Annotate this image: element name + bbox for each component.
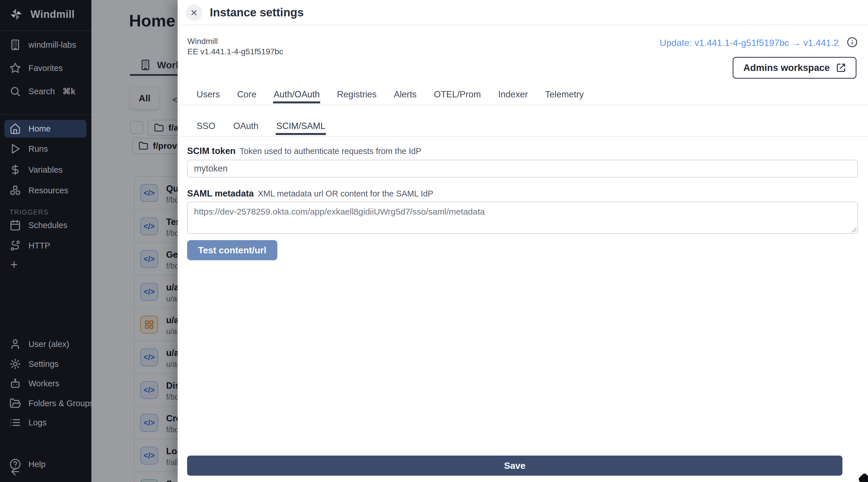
sidebar-item-favorites[interactable]: Favorites bbox=[9, 62, 63, 74]
sidebar-item-workspace[interactable]: windmill-labs bbox=[9, 39, 76, 51]
save-label: Save bbox=[504, 460, 526, 471]
auth-subtabs: SSO OAuth SCIM/SAML bbox=[178, 118, 868, 137]
scim-token-input[interactable]: mytoken bbox=[187, 160, 858, 178]
folder-open-icon bbox=[9, 397, 21, 409]
resources-label: Resources bbox=[28, 186, 68, 195]
sidebar-item-http[interactable]: HTTP bbox=[9, 240, 50, 251]
instance-version-string: EE v1.441.1-4-g51f5197bc bbox=[187, 46, 283, 57]
textarea-resize-handle[interactable] bbox=[851, 227, 857, 232]
sidebar-item-workers[interactable]: Workers bbox=[9, 378, 59, 389]
tab-indexer[interactable]: Indexer bbox=[498, 86, 528, 103]
home-icon bbox=[9, 123, 21, 134]
tab-registries[interactable]: Registries bbox=[337, 86, 376, 103]
save-button[interactable]: Save bbox=[187, 456, 842, 476]
gear-icon bbox=[9, 358, 21, 370]
sidebar-divider bbox=[0, 30, 91, 31]
sidebar-item-user[interactable]: User (alex) bbox=[9, 339, 69, 350]
settings-label: Settings bbox=[28, 359, 59, 369]
subtab-scim-saml[interactable]: SCIM/SAML bbox=[276, 118, 326, 134]
sidebar-item-folders-groups[interactable]: Folders & Groups... bbox=[9, 397, 101, 409]
tab-otel-prom[interactable]: OTEL/Prom bbox=[434, 86, 481, 103]
info-icon[interactable] bbox=[847, 37, 858, 49]
user-icon bbox=[9, 339, 21, 350]
test-content-url-button[interactable]: Test content/url bbox=[187, 240, 277, 260]
play-icon bbox=[9, 143, 21, 155]
saml-metadata-value: https://dev-2578259.okta.com/app/exkaell… bbox=[194, 207, 485, 216]
list-icon bbox=[9, 417, 21, 428]
sidebar: Windmill windmill-labs Favorites Search … bbox=[0, 0, 91, 482]
saml-metadata-textarea[interactable]: https://dev-2578259.okta.com/app/exkaell… bbox=[187, 202, 858, 234]
schedules-label: Schedules bbox=[28, 221, 67, 230]
scim-token-label: SCIM token bbox=[187, 146, 236, 156]
triggers-section-label: TRIGGERS bbox=[9, 208, 49, 216]
saml-metadata-label: SAML metadata bbox=[187, 188, 254, 199]
favorites-label: Favorites bbox=[28, 63, 63, 73]
sidebar-item-home[interactable]: Home bbox=[4, 120, 87, 137]
sidebar-item-resources[interactable]: Resources bbox=[9, 185, 68, 196]
scim-token-desc: Token used to authenticate requests from… bbox=[240, 147, 421, 156]
windmill-logo-icon bbox=[9, 7, 24, 22]
tab-users[interactable]: Users bbox=[196, 86, 220, 103]
instance-settings-drawer: Instance settings Windmill EE v1.441.1-4… bbox=[178, 0, 868, 482]
folders-groups-label: Folders & Groups... bbox=[28, 399, 101, 408]
sidebar-item-runs[interactable]: Runs bbox=[9, 143, 48, 155]
dollar-icon bbox=[9, 164, 21, 175]
subtab-oauth[interactable]: OAuth bbox=[233, 118, 258, 134]
saml-metadata-desc: XML metadata url OR content for the SAML… bbox=[258, 189, 433, 198]
scim-token-label-row: SCIM token Token used to authenticate re… bbox=[187, 146, 421, 156]
search-icon bbox=[9, 86, 21, 97]
subtab-sso[interactable]: SSO bbox=[196, 118, 215, 134]
close-icon bbox=[190, 8, 198, 17]
settings-tabs: Users Core Auth/OAuth Registries Alerts … bbox=[178, 86, 868, 105]
tab-auth-oauth[interactable]: Auth/OAuth bbox=[274, 86, 320, 103]
test-content-url-label: Test content/url bbox=[198, 245, 267, 256]
home-label: Home bbox=[28, 124, 51, 134]
sidebar-divider bbox=[0, 114, 91, 115]
update-link[interactable]: Update: v1.441.1-4-g51f5197bc → v1.441.2 bbox=[660, 38, 839, 48]
route-icon bbox=[9, 240, 21, 251]
saml-metadata-label-row: SAML metadata XML metadata url OR conten… bbox=[187, 188, 433, 199]
update-meta: Update: v1.441.1-4-g51f5197bc → v1.441.2 bbox=[660, 37, 858, 49]
bot-icon bbox=[9, 378, 21, 389]
calendar-icon bbox=[9, 220, 21, 231]
help-label: Help bbox=[28, 459, 46, 469]
screen: Windmill windmill-labs Favorites Search … bbox=[0, 0, 868, 482]
http-label: HTTP bbox=[28, 241, 50, 251]
admins-workspace-button[interactable]: Admins workspace bbox=[733, 57, 857, 79]
workspace-name: windmill-labs bbox=[28, 40, 76, 50]
drawer-title: Instance settings bbox=[210, 6, 304, 19]
logs-label: Logs bbox=[28, 418, 46, 427]
workers-label: Workers bbox=[28, 379, 59, 388]
close-button[interactable] bbox=[186, 4, 202, 21]
instance-app-name: Windmill bbox=[187, 36, 283, 46]
runs-label: Runs bbox=[28, 144, 48, 154]
add-trigger-button[interactable]: + bbox=[10, 257, 18, 272]
tab-alerts[interactable]: Alerts bbox=[394, 86, 416, 103]
admins-workspace-label: Admins workspace bbox=[743, 62, 830, 73]
sidebar-item-logs[interactable]: Logs bbox=[9, 417, 46, 428]
sidebar-item-search[interactable]: Search ⌘k bbox=[9, 86, 75, 97]
building-icon bbox=[9, 39, 21, 51]
arrow-left-icon bbox=[9, 466, 21, 477]
user-label: User (alex) bbox=[28, 340, 69, 349]
app-name: Windmill bbox=[30, 8, 75, 21]
sidebar-item-variables[interactable]: Variables bbox=[9, 164, 63, 175]
star-icon bbox=[9, 62, 21, 74]
tab-telemetry[interactable]: Telemetry bbox=[545, 86, 584, 103]
variables-label: Variables bbox=[28, 165, 63, 175]
sidebar-item-settings[interactable]: Settings bbox=[9, 358, 59, 370]
instance-version: Windmill EE v1.441.1-4-g51f5197bc bbox=[187, 36, 283, 57]
drawer-header: Instance settings bbox=[178, 0, 868, 25]
boxes-icon bbox=[9, 185, 21, 196]
sidebar-collapse-button[interactable] bbox=[9, 466, 21, 477]
external-link-icon bbox=[836, 63, 846, 73]
search-shortcut: ⌘k bbox=[62, 87, 75, 96]
app-logo[interactable]: Windmill bbox=[9, 7, 75, 22]
sidebar-item-schedules[interactable]: Schedules bbox=[9, 220, 67, 231]
search-label: Search bbox=[28, 87, 55, 96]
tab-core[interactable]: Core bbox=[237, 86, 256, 103]
